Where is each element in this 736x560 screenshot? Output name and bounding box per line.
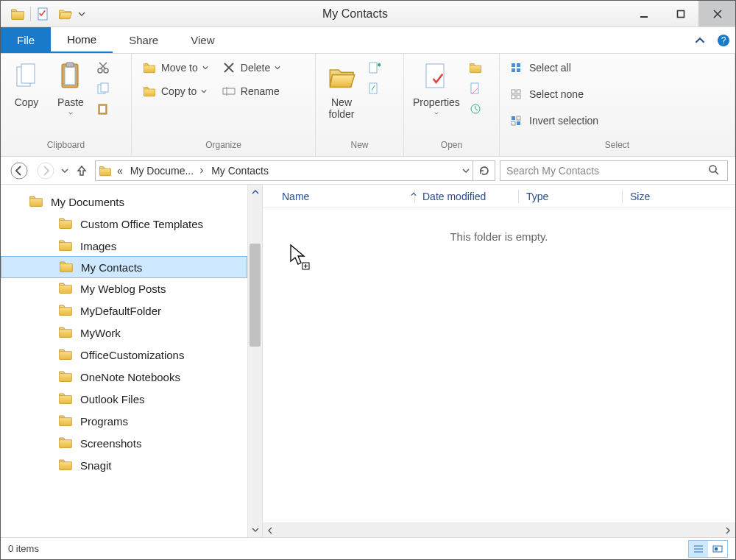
invert-selection-button[interactable]: Invert selection [506, 111, 603, 130]
col-type[interactable]: Type [519, 191, 622, 202]
tree-item-label: MyWork [80, 327, 121, 339]
svg-rect-19 [101, 83, 108, 92]
minimize-button[interactable] [625, 1, 662, 26]
group-organize: Move to Copy to Delete [132, 54, 316, 156]
copy-to-button[interactable]: Copy to [138, 82, 213, 101]
new-item-icon[interactable]: ✸ [367, 61, 382, 76]
file-list[interactable]: This folder is empty. [263, 208, 735, 522]
tree-item[interactable]: My Contacts [1, 256, 247, 278]
properties-icon [420, 61, 453, 93]
column-headers: Name Date modified Type Size [263, 185, 735, 208]
tree-item[interactable]: MyWork [1, 322, 247, 344]
svg-rect-36 [517, 68, 520, 72]
col-date[interactable]: Date modified [415, 191, 518, 202]
tree-item[interactable]: OfficeCustomizations [1, 344, 247, 366]
svg-rect-13 [66, 63, 74, 67]
new-folder-button[interactable]: Newfolder [322, 58, 361, 123]
easy-access-icon[interactable] [367, 82, 382, 96]
svg-rect-40 [517, 95, 520, 99]
svg-rect-39 [512, 95, 515, 99]
recent-locations-caret[interactable] [61, 164, 68, 177]
tree-item[interactable]: My Documents [1, 191, 247, 213]
svg-rect-43 [512, 121, 515, 125]
tab-home[interactable]: Home [51, 27, 113, 53]
icons-view-button[interactable] [708, 541, 727, 557]
invert-selection-icon [510, 113, 525, 128]
close-button[interactable] [698, 1, 735, 26]
ribbon-tabs: File Home Share View [1, 27, 735, 54]
content-hscrollbar[interactable] [263, 522, 735, 537]
tab-view[interactable]: View [174, 27, 230, 53]
content-pane: Name Date modified Type Size This folder… [263, 185, 735, 537]
tree-item[interactable]: Images [1, 235, 247, 257]
qat-properties-icon[interactable] [34, 4, 53, 24]
ribbon-collapse-button[interactable] [688, 27, 712, 53]
edit-icon[interactable] [469, 82, 484, 96]
explorer-window: My Contacts File Home Share View Copy [0, 0, 736, 560]
tree-item[interactable]: Programs [1, 410, 247, 432]
maximize-button[interactable] [662, 1, 698, 26]
tree-scrollbar[interactable] [247, 185, 262, 537]
col-size[interactable]: Size [623, 191, 667, 202]
folder-icon [29, 194, 45, 210]
group-label-open: Open [404, 140, 499, 156]
tree-item[interactable]: OneNote Notebooks [1, 366, 247, 388]
up-button[interactable] [73, 160, 91, 182]
move-to-button[interactable]: Move to [138, 58, 213, 77]
tree-item[interactable]: Custom Office Templates [1, 213, 247, 235]
copy-button[interactable]: Copy [7, 58, 46, 111]
tab-share[interactable]: Share [113, 27, 174, 53]
delete-icon [222, 60, 236, 75]
location-folder-icon [99, 164, 112, 177]
scroll-right-icon[interactable] [721, 527, 735, 534]
tab-file[interactable]: File [1, 27, 51, 53]
help-button[interactable] [712, 27, 735, 53]
qat-newfolder-icon[interactable] [56, 4, 75, 24]
col-name[interactable]: Name [275, 191, 414, 202]
back-button[interactable] [8, 160, 30, 182]
forward-button[interactable] [35, 160, 57, 182]
address-bar[interactable]: « My Docume... My Contacts [95, 160, 473, 181]
svg-rect-41 [512, 116, 515, 120]
tree-item[interactable]: Snagit [1, 454, 247, 476]
tree-scroll[interactable]: My DocumentsCustom Office TemplatesImage… [1, 185, 247, 537]
select-none-button[interactable]: Select none [506, 85, 603, 104]
rename-button[interactable]: Rename [217, 82, 285, 101]
tree-item[interactable]: Outlook Files [1, 388, 247, 410]
nav-tree: My DocumentsCustom Office TemplatesImage… [1, 185, 263, 537]
scroll-thumb[interactable] [250, 244, 261, 347]
group-open: Properties Open [404, 54, 500, 156]
cut-icon[interactable] [96, 61, 111, 76]
clipboard-mini-col [95, 58, 113, 117]
scroll-down-icon[interactable] [248, 522, 262, 537]
history-icon[interactable] [469, 102, 484, 117]
select-all-button[interactable]: Select all [506, 58, 603, 77]
refresh-button[interactable] [473, 160, 495, 181]
group-label-select: Select [500, 140, 735, 156]
properties-button[interactable]: Properties [410, 58, 463, 118]
details-view-button[interactable] [689, 541, 708, 557]
search-icon[interactable] [708, 164, 721, 177]
paste-shortcut-icon[interactable] [96, 102, 111, 117]
scroll-up-icon[interactable] [248, 185, 262, 199]
qat-customize-caret[interactable] [78, 10, 85, 18]
scroll-left-icon[interactable] [263, 527, 277, 534]
open-icon[interactable] [469, 61, 484, 76]
group-label-new: New [316, 140, 403, 156]
breadcrumb-arrow[interactable] [199, 167, 206, 174]
tree-item[interactable]: Screenshots [1, 432, 247, 454]
address-dropdown-caret[interactable] [462, 164, 470, 177]
tree-item-label: My Documents [51, 196, 124, 208]
scroll-track[interactable] [248, 199, 262, 522]
search-box[interactable]: Search My Contacts [500, 160, 728, 181]
tree-item[interactable]: MyDefaultFolder [1, 300, 247, 322]
svg-rect-24 [223, 88, 235, 94]
breadcrumb-part-1[interactable]: My Docume... [128, 165, 196, 177]
status-item-count: 0 items [8, 543, 39, 554]
tree-item[interactable]: My Weblog Posts [1, 277, 247, 300]
paste-button[interactable]: Paste [51, 58, 91, 118]
copy-path-icon[interactable] [96, 82, 111, 96]
delete-button[interactable]: Delete [217, 58, 285, 77]
empty-folder-message: This folder is empty. [263, 230, 735, 243]
breadcrumb-part-2[interactable]: My Contacts [209, 165, 271, 177]
